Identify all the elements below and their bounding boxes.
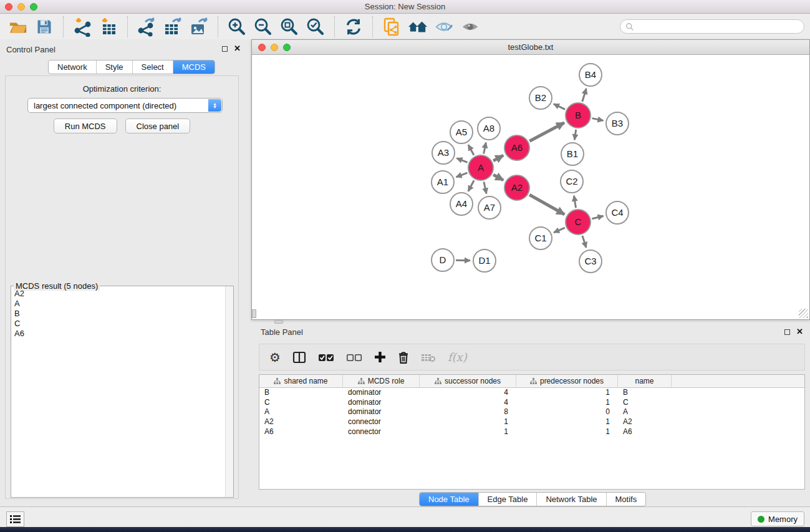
table-row[interactable]: Bdominator41B xyxy=(259,388,804,398)
node-A7[interactable]: A7 xyxy=(478,196,501,219)
edge-B-B2[interactable] xyxy=(554,104,565,110)
show-column-button[interactable] xyxy=(292,351,306,364)
close-panel-icon[interactable]: ✕ xyxy=(234,46,241,52)
node-B2[interactable]: B2 xyxy=(529,87,552,109)
delete-table-button[interactable] xyxy=(421,352,436,362)
column-header-MCDS-role[interactable]: MCDS role xyxy=(343,375,420,387)
mcds-result-item[interactable]: A2 xyxy=(14,289,224,299)
export-network-button[interactable] xyxy=(135,16,158,38)
edge-C-C4[interactable] xyxy=(592,216,603,218)
edge-A-A3[interactable] xyxy=(456,158,467,163)
node-B[interactable]: B xyxy=(566,103,591,128)
table-row[interactable]: Adominator80A xyxy=(259,407,804,417)
table-options-button[interactable]: ⚙ xyxy=(269,351,281,364)
network-canvas[interactable]: B4B2BB3A5A8A6A3B1AA1C2A2A4A7C4CC1DD1C3 xyxy=(252,55,809,319)
node-C1[interactable]: C1 xyxy=(529,227,552,249)
column-header-predecessor-nodes[interactable]: predecessor nodes xyxy=(516,375,618,387)
tab-network-table[interactable]: Network Table xyxy=(536,493,605,506)
node-A5[interactable]: A5 xyxy=(450,121,473,143)
mcds-result-item[interactable]: B xyxy=(14,309,224,319)
edge-A-A7[interactable] xyxy=(484,181,486,193)
search-field[interactable] xyxy=(620,19,804,34)
tab-motifs[interactable]: Motifs xyxy=(606,493,646,506)
task-history-button[interactable] xyxy=(6,511,24,527)
float-table-panel-icon[interactable] xyxy=(784,329,790,335)
edge-B-B3[interactable] xyxy=(592,118,604,121)
hide-annotations-button[interactable] xyxy=(432,16,456,38)
run-mcds-button[interactable]: Run MCDS xyxy=(54,118,117,133)
show-graphics-button[interactable] xyxy=(458,16,482,38)
home-button[interactable] xyxy=(406,16,430,38)
deselect-all-button[interactable] xyxy=(346,353,362,362)
node-A3[interactable]: A3 xyxy=(432,142,455,164)
export-image-button[interactable] xyxy=(187,16,211,38)
mcds-result-item[interactable]: C xyxy=(14,319,224,329)
zoom-selected-button[interactable] xyxy=(304,16,327,38)
node-B1[interactable]: B1 xyxy=(561,143,584,165)
edge-A-A1[interactable] xyxy=(456,173,468,177)
column-header-successor-nodes[interactable]: successor nodes xyxy=(420,375,516,387)
edge-A-A8[interactable] xyxy=(484,143,486,154)
zoom-out-button[interactable] xyxy=(251,16,275,38)
node-A8[interactable]: A8 xyxy=(478,117,500,140)
column-header-name[interactable]: name xyxy=(618,375,672,387)
edge-A2-C[interactable] xyxy=(529,195,564,215)
save-session-button[interactable] xyxy=(32,16,56,38)
node-A4[interactable]: A4 xyxy=(450,193,473,215)
float-panel-icon[interactable] xyxy=(222,46,228,52)
export-table-button[interactable] xyxy=(161,16,185,38)
tab-edge-table[interactable]: Edge Table xyxy=(478,493,537,506)
function-builder-button[interactable]: f(x) xyxy=(448,351,467,364)
select-all-button[interactable] xyxy=(318,353,334,362)
node-C4[interactable]: C4 xyxy=(606,201,629,224)
edge-A-A4[interactable] xyxy=(468,180,474,191)
open-file-button[interactable] xyxy=(6,16,30,38)
node-A[interactable]: A xyxy=(468,155,493,180)
close-table-panel-icon[interactable]: ✕ xyxy=(796,329,803,335)
edge-C-C3[interactable] xyxy=(582,236,586,248)
edge-B-B4[interactable] xyxy=(582,89,586,102)
node-C[interactable]: C xyxy=(566,210,591,235)
close-panel-button[interactable]: Close panel xyxy=(125,118,191,133)
node-B4[interactable]: B4 xyxy=(579,64,602,86)
edge-A-A5[interactable] xyxy=(468,145,474,155)
result-scrollbar[interactable] xyxy=(225,286,233,497)
node-D[interactable]: D xyxy=(432,249,454,271)
tab-style[interactable]: Style xyxy=(96,60,132,74)
zoom-fit-button[interactable] xyxy=(277,16,301,38)
edge-B-B1[interactable] xyxy=(574,130,576,140)
mcds-result-item[interactable]: A xyxy=(14,299,224,309)
node-C3[interactable]: C3 xyxy=(579,250,602,273)
tab-network[interactable]: Network xyxy=(49,60,96,74)
optimization-criterion-select[interactable]: largest connected component (directed) ▲… xyxy=(27,98,223,113)
edge-A-A6[interactable] xyxy=(493,155,503,161)
edge-A-A2[interactable] xyxy=(493,175,503,180)
node-A6[interactable]: A6 xyxy=(504,135,529,160)
node-A2[interactable]: A2 xyxy=(504,175,529,200)
refresh-button[interactable] xyxy=(342,16,365,38)
tab-select[interactable]: Select xyxy=(132,60,173,74)
table-row[interactable]: A6connector11A6 xyxy=(259,427,804,437)
edge-C-C2[interactable] xyxy=(574,196,576,208)
import-network-button[interactable] xyxy=(70,16,94,38)
node-A1[interactable]: A1 xyxy=(432,171,454,193)
column-header-shared-name[interactable]: shared name xyxy=(259,375,343,387)
resize-grip[interactable] xyxy=(799,309,808,318)
tab-node-table[interactable]: Node Table xyxy=(420,493,478,506)
table-row[interactable]: A2connector11A2 xyxy=(259,417,804,427)
clone-network-button[interactable] xyxy=(380,16,403,38)
delete-column-button[interactable] xyxy=(398,351,409,364)
network-window-titlebar[interactable]: testGlobe.txt xyxy=(252,40,809,55)
node-D1[interactable]: D1 xyxy=(473,249,496,272)
zoom-in-button[interactable] xyxy=(225,16,249,38)
edge-A6-B[interactable] xyxy=(529,123,564,142)
tab-mcds[interactable]: MCDS xyxy=(173,60,215,74)
node-C2[interactable]: C2 xyxy=(561,170,583,193)
import-table-button[interactable] xyxy=(97,16,120,38)
splitter-handle[interactable] xyxy=(274,320,283,324)
node-B3[interactable]: B3 xyxy=(606,112,629,135)
mcds-result-item[interactable]: A6 xyxy=(14,329,224,339)
memory-button[interactable]: Memory xyxy=(751,511,804,526)
table-row[interactable]: Cdominator41C xyxy=(259,398,804,408)
add-column-button[interactable] xyxy=(374,351,386,363)
